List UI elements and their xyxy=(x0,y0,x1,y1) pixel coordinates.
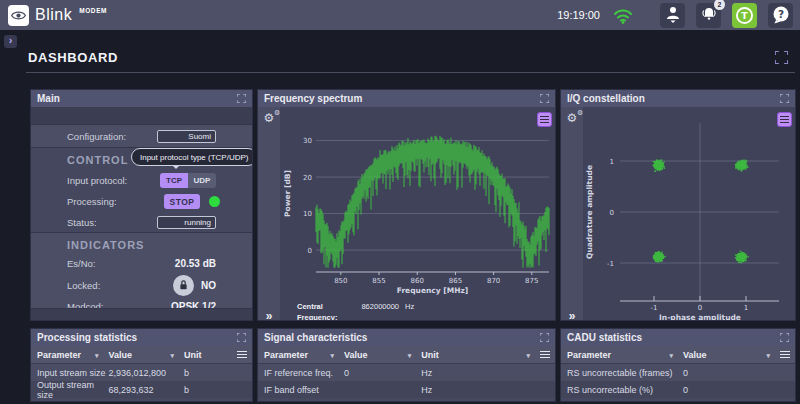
help-icon: ? xyxy=(771,5,791,25)
svg-text:0: 0 xyxy=(308,247,312,255)
table-menu-icon[interactable] xyxy=(237,351,247,359)
brand-logo: Blink MODEM xyxy=(8,5,106,26)
panel-title-main: Main xyxy=(37,93,60,104)
spacer xyxy=(31,107,252,125)
table-row[interactable]: RS uncorrectable (%) 0 xyxy=(561,381,795,398)
notifications-button[interactable]: 2 xyxy=(696,3,721,28)
column-header-parameter[interactable]: Parameter xyxy=(37,350,108,360)
central-frequency-unit: Hz xyxy=(405,301,414,321)
notifications-bell-icon xyxy=(701,7,717,24)
svg-text:0: 0 xyxy=(610,209,614,217)
svg-text:875: 875 xyxy=(525,277,538,285)
expand-icon[interactable] xyxy=(780,333,789,342)
table-row[interactable]: IF band offset Hz xyxy=(258,381,555,398)
settings-gears-icon[interactable] xyxy=(567,112,578,124)
central-frequency-label: Central Frequency: xyxy=(297,301,355,321)
svg-text:850: 850 xyxy=(334,277,347,285)
panel-title-frequency-spectrum: Frequency spectrum xyxy=(264,93,362,104)
sidebar-toggle-button[interactable] xyxy=(4,35,17,48)
chart-menu-icon[interactable] xyxy=(777,112,792,127)
table-row[interactable]: RS uncorrectable (frames) 0 xyxy=(561,364,795,381)
table-header: Parameter Value xyxy=(561,346,795,364)
svg-text:In-phase amplitude: In-phase amplitude xyxy=(659,313,741,321)
user-icon xyxy=(665,5,681,26)
panel-title-iq-constellation: I/Q constellation xyxy=(567,93,645,104)
column-header-parameter[interactable]: Parameter xyxy=(567,350,683,360)
svg-text:Quadrature amplitude: Quadrature amplitude xyxy=(585,165,594,259)
brand-subtitle: MODEM xyxy=(79,7,107,14)
sort-caret-icon xyxy=(669,350,673,360)
protocol-segmented-control: TCP UDP xyxy=(160,173,216,188)
configuration-label: Configuration: xyxy=(67,131,126,142)
table-header: Parameter Value Unit xyxy=(258,346,555,364)
svg-text:860: 860 xyxy=(411,277,424,285)
frequency-spectrum-chart[interactable]: 0102030850855860865870875Frequency [MHz]… xyxy=(280,107,556,299)
udp-button[interactable]: UDP xyxy=(188,173,216,188)
column-header-unit[interactable]: Unit xyxy=(184,350,237,360)
divider xyxy=(26,72,795,73)
panel-cadu-statistics: CADU statistics Parameter Value RS uncor… xyxy=(560,328,796,402)
input-protocol-tooltip: Input protocol type (TCP/UDP) xyxy=(131,148,253,166)
sort-caret-icon xyxy=(766,350,770,360)
tcp-button[interactable]: TCP xyxy=(160,173,188,188)
table-menu-icon[interactable] xyxy=(540,351,550,359)
table-row[interactable]: Input stream size 2,936,012,800 b xyxy=(31,364,252,381)
panel-processing-statistics: Processing statistics Parameter Value Un… xyxy=(30,328,253,402)
collapse-drawer-icon[interactable] xyxy=(569,310,576,321)
configuration-field[interactable]: Suomi xyxy=(157,130,216,143)
collapse-drawer-icon[interactable] xyxy=(266,310,273,321)
column-header-value[interactable]: Value xyxy=(683,350,780,360)
expand-icon[interactable] xyxy=(540,333,549,342)
column-header-unit[interactable]: Unit xyxy=(421,350,540,360)
panel-iq-constellation: I/Q constellation 10-1-101In-phase ampli… xyxy=(560,89,796,321)
expand-icon[interactable] xyxy=(780,94,789,103)
esno-value: 20.53 dB xyxy=(175,258,216,269)
iq-constellation-chart[interactable]: 10-1-101In-phase amplitudeQuadrature amp… xyxy=(583,107,796,321)
table-row[interactable]: Output stream size 68,293,632 b xyxy=(31,381,252,398)
svg-text:?: ? xyxy=(777,8,783,20)
expand-icon[interactable] xyxy=(237,333,246,342)
svg-text:T: T xyxy=(741,10,748,21)
top-bar: Blink MODEM 19:19:00 2 T ? xyxy=(0,0,800,30)
wifi-icon xyxy=(613,7,633,24)
page-title: DASHBOARD xyxy=(28,50,118,65)
processing-label: Processing: xyxy=(67,196,117,207)
svg-text:0: 0 xyxy=(698,304,702,312)
sort-caret-icon xyxy=(170,350,174,360)
panel-title-processing-statistics: Processing statistics xyxy=(37,332,137,343)
svg-text:Power [dB]: Power [dB] xyxy=(283,170,292,217)
lock-icon xyxy=(173,275,194,296)
stop-button[interactable]: STOP xyxy=(164,194,200,209)
sort-caret-icon xyxy=(408,350,412,360)
brand-name: Blink xyxy=(35,6,72,24)
svg-text:1: 1 xyxy=(744,304,748,312)
status-field[interactable]: running xyxy=(157,216,216,229)
target-button[interactable]: T xyxy=(732,3,757,28)
help-button[interactable]: ? xyxy=(768,3,793,28)
running-status-indicator xyxy=(209,196,220,207)
fullscreen-icon[interactable] xyxy=(775,51,788,64)
svg-text:-1: -1 xyxy=(607,260,614,268)
panel-frequency-spectrum: Frequency spectrum 010203085085586086587… xyxy=(257,89,556,321)
expand-icon[interactable] xyxy=(237,94,246,103)
svg-text:30: 30 xyxy=(303,137,312,145)
column-header-parameter[interactable]: Parameter xyxy=(264,350,344,360)
clock: 19:19:00 xyxy=(557,9,600,21)
sort-caret-icon xyxy=(331,350,335,360)
esno-label: Es/No: xyxy=(67,258,96,269)
table-header: Parameter Value Unit xyxy=(31,346,252,364)
status-label: Status: xyxy=(67,217,97,228)
user-menu-button[interactable] xyxy=(660,3,685,28)
table-row[interactable]: IF reference freq. 0 Hz xyxy=(258,364,555,381)
notification-badge: 2 xyxy=(714,0,725,10)
panel-signal-characteristics: Signal characteristics Parameter Value U… xyxy=(257,328,556,402)
input-protocol-label: Input protocol: xyxy=(67,175,127,186)
central-frequency-value: 862000000 xyxy=(355,301,399,321)
chart-menu-icon[interactable] xyxy=(537,112,552,127)
expand-icon[interactable] xyxy=(540,94,549,103)
column-header-value[interactable]: Value xyxy=(108,350,184,360)
panel-title-signal-characteristics: Signal characteristics xyxy=(264,332,367,343)
settings-gears-icon[interactable] xyxy=(264,112,275,124)
column-header-value[interactable]: Value xyxy=(344,350,421,360)
table-menu-icon[interactable] xyxy=(780,351,790,359)
